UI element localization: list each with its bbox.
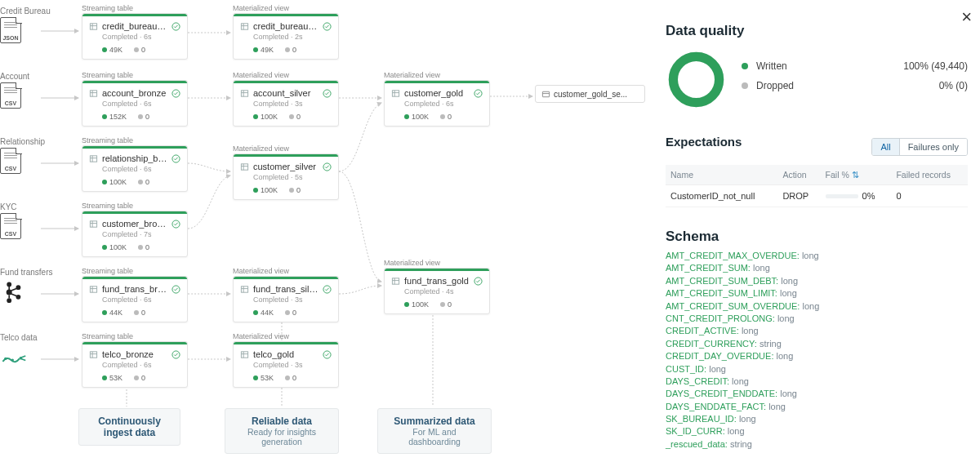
status-check-icon [474, 89, 483, 98]
schema-field: DAYS_ENDDATE_FACT: long [666, 401, 968, 413]
th-failed-records[interactable]: Failed records [891, 165, 968, 185]
node-subtitle: Completed · 6s [82, 100, 187, 109]
node-title: credit_bureau_gold [253, 21, 318, 31]
source-kyc: KYCCSV [0, 202, 74, 241]
svg-rect-65 [241, 351, 247, 357]
schema-field: AMT_CREDIT_SUM_OVERDUE: long [666, 300, 968, 313]
source-icon: CSV [0, 82, 23, 110]
schema-field: AMT_CREDIT_SUM_LIMIT: long [666, 287, 968, 300]
filter-all-button[interactable]: All [872, 139, 898, 155]
node-subtitle: Completed · 6s [82, 165, 187, 175]
schema-field: SK_BUREAU_ID: long [666, 413, 968, 425]
filter-failures-button[interactable]: Failures only [899, 139, 967, 155]
view-card-title: customer_gold_se... [554, 90, 627, 99]
expectations-table: Name Action Fail % ⇅ Failed records Cust… [666, 165, 968, 207]
svg-rect-45 [90, 220, 96, 226]
node-subtitle: Completed · 6s [82, 295, 187, 305]
status-check-icon [172, 154, 180, 163]
column-type-label: Materialized view [233, 144, 289, 153]
status-check-icon [172, 22, 180, 31]
th-name[interactable]: Name [666, 165, 777, 185]
node-account-silver[interactable]: account_silverCompleted · 3s100K0 [233, 80, 339, 127]
node-customer-bronze[interactable]: customer_bronzeCompleted · 7s100K0 [82, 211, 188, 257]
column-type-label: Materialized view [233, 71, 289, 79]
status-check-icon [172, 285, 180, 294]
node-subtitle: Completed · 6s [385, 100, 489, 109]
node-fund-trans-gold[interactable]: fund_trans_goldCompleted · 4s100K0 [384, 268, 490, 314]
node-relationship-bronze[interactable]: relationship_bronzeCompleted · 6s100K0 [82, 145, 188, 192]
view-card-customer-gold-search[interactable]: customer_gold_se... [535, 85, 645, 103]
svg-rect-29 [241, 90, 247, 96]
schema-field: AMT_CREDIT_SUM: long [666, 262, 968, 274]
node-subtitle: Completed · 6s [82, 33, 187, 42]
svg-point-14 [4, 358, 7, 360]
view-icon [541, 90, 550, 99]
node-telco-gold[interactable]: telco_goldCompleted · 3s53K0 [233, 341, 339, 388]
source-icon: CSV [0, 213, 23, 241]
svg-rect-53 [241, 286, 247, 291]
schema-title: Schema [666, 229, 968, 245]
node-title: customer_silver [253, 162, 318, 171]
expectation-row[interactable]: CustomerID_not_nullDROP0%0 [666, 185, 968, 207]
status-check-icon [172, 220, 180, 229]
table-icon [89, 220, 98, 229]
column-type-label: Materialized view [384, 71, 440, 79]
svg-point-72 [673, 56, 719, 102]
source-telco-data: Telco data [0, 333, 74, 371]
caption-reliable: Reliable data Ready for insights generat… [225, 408, 339, 454]
th-action[interactable]: Action [777, 165, 820, 185]
table-icon [89, 285, 98, 294]
svg-point-15 [11, 358, 14, 361]
svg-point-11 [7, 298, 11, 303]
node-credit-bureau-br-[interactable]: credit_bureau_br...Completed · 6s49K0 [82, 13, 188, 60]
schema-field: CREDIT_ACTIVE: long [666, 325, 968, 337]
status-check-icon [323, 162, 332, 171]
svg-rect-41 [241, 163, 247, 169]
column-type-label: Streaming table [82, 4, 133, 12]
column-type-label: Streaming table [82, 136, 133, 144]
table-icon [89, 350, 98, 359]
table-icon [240, 22, 249, 31]
schema-field: CNT_CREDIT_PROLONG: long [666, 313, 968, 325]
node-title: fund_trans_gold [404, 276, 470, 286]
node-title: fund_trans_bronze [102, 284, 167, 294]
table-icon [240, 285, 249, 294]
node-title: account_silver [253, 88, 318, 98]
table-icon [240, 162, 249, 171]
schema-field: DAYS_CREDIT: long [666, 375, 968, 388]
status-check-icon [323, 22, 332, 31]
column-type-label: Streaming table [82, 267, 133, 275]
schema-field: AMT_CREDIT_SUM_DEBT: long [666, 275, 968, 287]
th-fail[interactable]: Fail % ⇅ [821, 165, 892, 185]
column-type-label: Materialized view [384, 259, 440, 267]
node-title: relationship_bronze [102, 153, 167, 163]
data-quality-title: Data quality [666, 23, 968, 39]
legend-dropped: Dropped 0% (0) [742, 80, 968, 91]
expectations-title: Expectations [666, 135, 742, 149]
node-telco-bronze[interactable]: telco_bronzeCompleted · 6s53K0 [82, 341, 188, 388]
status-check-icon [474, 277, 483, 286]
table-icon [89, 22, 98, 31]
table-icon [89, 89, 98, 98]
source-credit-bureau: Credit BureauJSON [0, 7, 74, 45]
node-fund-trans-bronze[interactable]: fund_trans_bronzeCompleted · 6s44K0 [82, 276, 188, 322]
node-account-bronze[interactable]: account_bronzeCompleted · 6s152K0 [82, 80, 188, 127]
node-customer-gold[interactable]: customer_goldCompleted · 6s100K0 [384, 80, 490, 127]
node-title: customer_bronze [102, 219, 167, 229]
schema-field: DAYS_CREDIT_ENDDATE: long [666, 388, 968, 400]
side-panel: Data quality Written 100% (49,440) Dropp… [666, 23, 968, 451]
node-title: credit_bureau_br... [102, 21, 167, 31]
source-icon [0, 278, 23, 306]
status-check-icon [323, 89, 332, 98]
status-check-icon [323, 350, 332, 359]
node-customer-silver[interactable]: customer_silverCompleted · 5s100K0 [233, 153, 339, 200]
node-subtitle: Completed · 3s [234, 295, 338, 305]
node-credit-bureau-gold[interactable]: credit_bureau_goldCompleted · 2s49K0 [233, 13, 339, 60]
node-subtitle: Completed · 3s [234, 361, 338, 371]
node-subtitle: Completed · 3s [234, 100, 338, 109]
node-fund-trans-silver[interactable]: fund_trans_silverCompleted · 3s44K0 [233, 276, 339, 322]
table-icon [89, 154, 98, 163]
svg-point-9 [7, 282, 11, 287]
source-icon: JSON [0, 17, 23, 45]
column-type-label: Streaming table [82, 71, 133, 79]
